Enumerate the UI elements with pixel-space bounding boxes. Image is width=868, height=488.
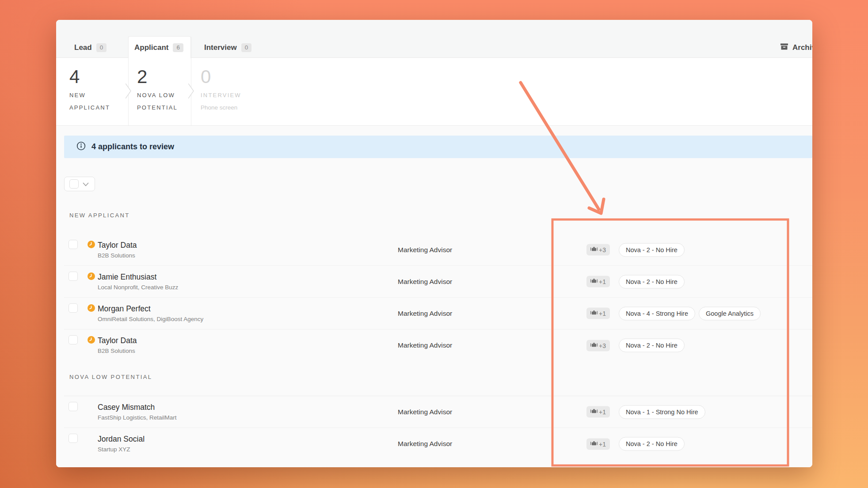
tab-interview[interactable]: Interview 0 xyxy=(204,43,251,52)
tab-applicant[interactable]: Applicant 6 xyxy=(134,43,183,52)
tab-applicant-count: 6 xyxy=(173,43,183,52)
pipeline-section: NEW APPLICANT Taylor Data B2B Solutions … xyxy=(64,212,812,361)
stage-summary-panel: 4 NEW APPLICANT 2 NOVA LOW POTENTIAL 0 I… xyxy=(56,58,812,126)
rating-tag[interactable]: Nova - 2 - No Hire xyxy=(619,243,685,257)
candidate-company: B2B Solutions xyxy=(98,347,137,355)
stage-count: 0 xyxy=(201,66,211,87)
row-checkbox[interactable] xyxy=(69,303,78,313)
archived-label: Archived xyxy=(792,43,812,52)
stage-chevron-icon xyxy=(188,83,194,100)
bulk-select-checkbox[interactable] xyxy=(69,179,79,189)
briefcase-icon xyxy=(590,310,598,317)
row-checkbox[interactable] xyxy=(69,272,78,281)
tag-pills: Nova - 2 - No Hire xyxy=(619,339,685,352)
candidate-position: Marketing Advisor xyxy=(398,246,452,254)
tab-interview-count: 0 xyxy=(241,43,252,52)
tab-lead-count: 0 xyxy=(96,43,107,52)
candidate-list: NEW APPLICANT Taylor Data B2B Solutions … xyxy=(64,212,812,460)
section-rows: Taylor Data B2B Solutions Marketing Advi… xyxy=(64,234,812,361)
archived-button[interactable]: Archived xyxy=(780,43,812,53)
candidate-name[interactable]: Morgan Perfect xyxy=(98,304,203,314)
tab-interview-label: Interview xyxy=(204,43,237,52)
rating-tag[interactable]: Nova - 1 - Strong No Hire xyxy=(619,405,705,419)
candidate-company: FastShip Logistics, RetailMart xyxy=(98,413,177,422)
candidate-name[interactable]: Taylor Data xyxy=(98,240,137,250)
stage-chevron-icon xyxy=(126,83,131,100)
section-rows: Casey Mismatch FastShip Logistics, Retai… xyxy=(64,396,812,460)
jobs-count-badge[interactable]: +3 xyxy=(586,244,610,256)
rating-tag[interactable]: Nova - 2 - No Hire xyxy=(619,437,685,451)
row-checkbox[interactable] xyxy=(69,402,78,411)
row-checkbox[interactable] xyxy=(69,335,78,344)
candidate-name[interactable]: Taylor Data xyxy=(98,336,137,345)
briefcase-icon xyxy=(590,246,598,253)
stage-nova-low-potential[interactable]: 2 NOVA LOW POTENTIAL xyxy=(128,58,191,125)
row-checkbox[interactable] xyxy=(69,240,78,249)
candidate-row[interactable]: Morgan Perfect OmniRetail Solutions, Dig… xyxy=(64,298,812,329)
stage-sublabel: Phone screen xyxy=(201,102,241,114)
tag-pills: Nova - 2 - No Hire xyxy=(619,437,685,451)
rating-tag[interactable]: Nova - 2 - No Hire xyxy=(619,339,685,352)
candidate-row[interactable]: Jamie Enthusiast Local Nonprofit, Creati… xyxy=(64,266,812,298)
stage-count: 4 xyxy=(69,66,80,87)
jobs-count: +1 xyxy=(599,409,606,416)
row-checkbox[interactable] xyxy=(69,434,78,443)
jobs-count-badge[interactable]: +1 xyxy=(586,438,610,450)
briefcase-icon xyxy=(590,278,598,285)
stage-count: 2 xyxy=(137,66,147,87)
tab-lead[interactable]: Lead 0 xyxy=(74,43,107,52)
tag-pills: Nova - 2 - No Hire xyxy=(619,243,685,257)
rating-tag[interactable]: Nova - 4 - Strong Hire xyxy=(619,306,695,320)
candidate-row[interactable]: Casey Mismatch FastShip Logistics, Retai… xyxy=(64,396,812,428)
briefcase-icon xyxy=(590,409,598,416)
jobs-count-badge[interactable]: +3 xyxy=(586,340,610,351)
candidate-position: Marketing Advisor xyxy=(398,278,452,286)
snoozed-clock-icon xyxy=(88,241,95,250)
candidate-row[interactable]: Taylor Data B2B Solutions Marketing Advi… xyxy=(64,234,812,266)
stage-new-applicant[interactable]: 4 NEW APPLICANT xyxy=(56,58,128,125)
bulk-select-button[interactable] xyxy=(64,177,95,191)
candidate-row[interactable]: Jordan Social Startup XYZ Marketing Advi… xyxy=(64,428,812,460)
candidate-position: Marketing Advisor xyxy=(398,341,452,349)
pipeline-section: NOVA LOW POTENTIAL Casey Mismatch FastSh… xyxy=(64,374,812,460)
section-title: NEW APPLICANT xyxy=(64,212,812,220)
tab-applicant-label: Applicant xyxy=(134,43,168,52)
ats-window: Lead 0 Applicant 6 Interview 0 Archived … xyxy=(56,20,812,467)
archive-box-icon xyxy=(780,43,788,53)
tag-pills: Nova - 2 - No Hire xyxy=(619,275,685,288)
briefcase-icon xyxy=(590,440,598,447)
chevron-down-icon xyxy=(83,180,89,188)
rating-tag[interactable]: Google Analytics xyxy=(699,306,761,320)
rating-tag[interactable]: Nova - 2 - No Hire xyxy=(619,275,685,288)
jobs-count: +1 xyxy=(599,310,606,317)
stage-label-line: INTERVIEW xyxy=(201,89,241,102)
jobs-count-badge[interactable]: +1 xyxy=(586,406,610,418)
candidate-name[interactable]: Casey Mismatch xyxy=(98,402,177,412)
pipeline-tab-bar: Lead 0 Applicant 6 Interview 0 Archived xyxy=(56,20,812,58)
section-title: NOVA LOW POTENTIAL xyxy=(64,374,812,382)
snoozed-clock-icon xyxy=(88,336,95,345)
candidate-name[interactable]: Jordan Social xyxy=(98,434,145,444)
candidate-row[interactable]: Taylor Data B2B Solutions Marketing Advi… xyxy=(64,329,812,361)
jobs-count-badge[interactable]: +1 xyxy=(586,276,610,288)
stage-label-line: NEW xyxy=(69,89,110,102)
snoozed-clock-icon xyxy=(88,304,95,314)
stage-label-line: APPLICANT xyxy=(69,102,110,114)
applicant-list-panel: 4 applicants to review NEW APPLICANT Tay… xyxy=(56,126,812,467)
jobs-count: +1 xyxy=(599,278,606,285)
jobs-count: +3 xyxy=(599,342,606,349)
briefcase-icon xyxy=(590,342,598,349)
stage-interview[interactable]: 0 INTERVIEW Phone screen xyxy=(191,58,279,125)
review-banner[interactable]: 4 applicants to review xyxy=(64,136,812,158)
candidate-company: Local Nonprofit, Creative Buzz xyxy=(98,283,178,291)
candidate-company: Startup XYZ xyxy=(98,445,145,454)
snoozed-clock-icon xyxy=(88,272,95,282)
tag-pills: Nova - 1 - Strong No Hire xyxy=(619,405,705,419)
stage-label-line: NOVA LOW xyxy=(137,89,178,102)
jobs-count-badge[interactable]: +1 xyxy=(586,308,610,319)
jobs-count: +1 xyxy=(599,440,606,447)
candidate-name[interactable]: Jamie Enthusiast xyxy=(98,272,178,282)
candidate-company: OmniRetail Solutions, DigiBoost Agency xyxy=(98,315,203,323)
stage-divider xyxy=(191,37,191,126)
candidate-company: B2B Solutions xyxy=(98,251,137,260)
